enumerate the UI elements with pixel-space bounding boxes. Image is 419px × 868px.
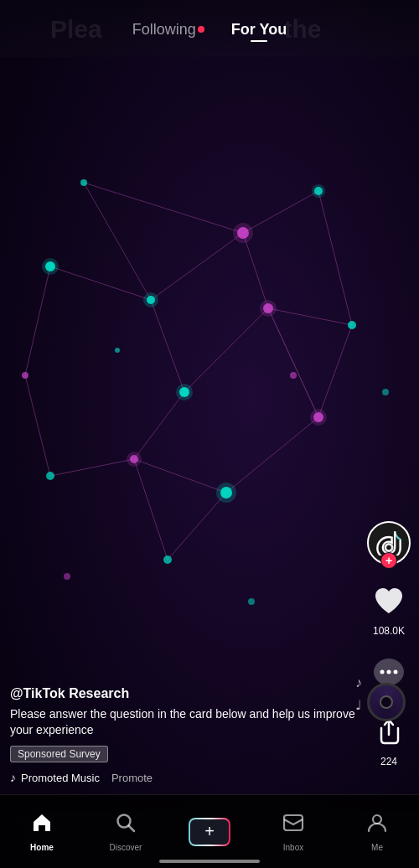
home-label: Home [30, 843, 54, 852]
search-icon [115, 812, 137, 840]
creator-avatar[interactable]: + [367, 521, 411, 565]
nav-home[interactable]: Home [0, 812, 84, 852]
svg-point-29 [312, 184, 325, 198]
svg-point-37 [46, 472, 54, 480]
like-button[interactable]: 108.0K [367, 580, 411, 637]
home-indicator [159, 860, 260, 863]
inbox-icon [282, 812, 304, 840]
discover-label: Discover [110, 843, 142, 852]
svg-point-47 [382, 389, 389, 395]
creator-username[interactable]: @TikTok Research [10, 686, 360, 701]
svg-point-27 [233, 223, 253, 243]
music-note-icon: ♪ [10, 771, 16, 784]
promoted-label: Promote [111, 772, 153, 784]
for-you-tab[interactable]: For You [231, 21, 287, 39]
svg-point-34 [176, 384, 193, 400]
svg-point-25 [143, 292, 158, 307]
svg-line-58 [129, 825, 135, 831]
me-label: Me [371, 843, 383, 852]
follow-plus-button[interactable]: + [380, 552, 397, 569]
svg-point-44 [80, 179, 87, 186]
svg-point-45 [290, 372, 297, 379]
heart-icon [367, 580, 411, 623]
svg-point-54 [387, 670, 391, 674]
svg-point-32 [348, 321, 356, 329]
bottom-navigation: Home Discover + Inbox [0, 794, 419, 868]
music-info[interactable]: ♪ Promoted Music Promote [10, 771, 360, 784]
nav-discover[interactable]: Discover [84, 812, 168, 852]
music-disc-inner [380, 695, 393, 709]
svg-rect-59 [284, 815, 303, 830]
live-indicator [198, 26, 204, 33]
sponsored-badge: Sponsored Survey [10, 746, 108, 762]
plus-icon: + [204, 822, 215, 841]
svg-point-41 [310, 409, 327, 426]
svg-point-53 [380, 670, 385, 674]
nav-create[interactable]: + [168, 818, 251, 846]
share-count: 224 [380, 756, 397, 767]
video-info: @TikTok Research Please answer the quest… [10, 686, 360, 784]
nav-me[interactable]: Me [335, 812, 419, 852]
svg-point-31 [260, 300, 277, 317]
ghost-text: Plea the [0, 15, 419, 44]
top-navigation: Plea the Following For You [0, 0, 419, 59]
svg-point-36 [127, 452, 142, 467]
home-icon [31, 812, 53, 840]
svg-point-23 [42, 258, 59, 275]
svg-point-51 [386, 545, 391, 550]
svg-point-48 [64, 573, 70, 580]
video-description: Please answer the question in the card b… [10, 706, 360, 739]
svg-point-46 [115, 348, 120, 353]
music-name: Promoted Music [21, 772, 100, 784]
svg-point-43 [22, 372, 28, 379]
svg-point-49 [248, 598, 255, 605]
like-count: 108.0K [373, 625, 405, 637]
create-button[interactable]: + [189, 818, 230, 846]
music-disc[interactable] [367, 683, 406, 721]
inbox-label: Inbox [283, 843, 303, 852]
svg-point-39 [216, 483, 236, 503]
right-action-bar: + 108.0K 224 [367, 521, 411, 767]
following-tab[interactable]: Following [132, 21, 204, 39]
nav-inbox[interactable]: Inbox [251, 812, 335, 852]
svg-point-42 [163, 555, 172, 564]
profile-icon [366, 812, 388, 840]
svg-point-55 [394, 670, 398, 674]
svg-point-60 [373, 815, 381, 824]
